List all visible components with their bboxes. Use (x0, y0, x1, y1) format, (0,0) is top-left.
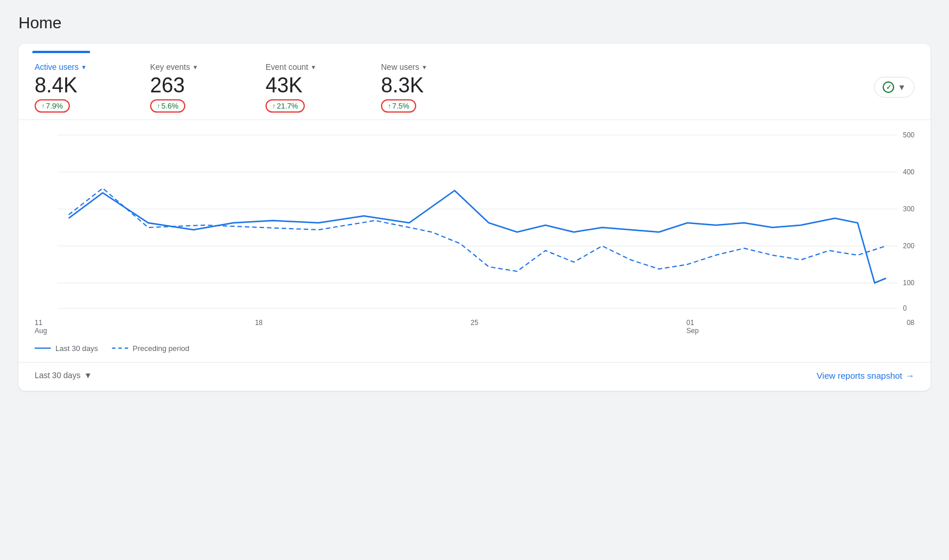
new-users-change: ↑ 7.5% (381, 99, 416, 113)
card-footer: Last 30 days ▼ View reports snapshot → (18, 362, 931, 391)
event-count-trend-icon: ↑ (272, 102, 276, 109)
x-axis-labels: 11 Aug 18 25 01 Sep 08 (35, 316, 914, 335)
chart-area: 500 400 300 200 100 0 11 Aug (18, 120, 931, 339)
chart-legend: Last 30 days Preceding period (18, 339, 931, 362)
x-label-aug18: 18 (255, 319, 263, 335)
event-count-change: ↑ 21.7% (266, 99, 305, 113)
key-events-label[interactable]: Key events ▼ (150, 62, 231, 72)
key-events-chevron-icon: ▼ (192, 64, 198, 70)
date-range-button[interactable]: Last 30 days ▼ (35, 371, 92, 380)
new-users-trend-icon: ↑ (388, 102, 391, 109)
legend-dashed: Preceding period (112, 344, 189, 353)
svg-text:100: 100 (903, 279, 914, 287)
line-chart: 500 400 300 200 100 0 (35, 129, 914, 314)
page-title: Home (18, 14, 931, 32)
svg-text:500: 500 (903, 131, 914, 139)
svg-text:200: 200 (903, 242, 914, 250)
metric-key-events: Key events ▼ 263 ↑ 5.6% (150, 62, 231, 113)
new-users-value: 8.3K (381, 74, 462, 97)
x-label-sep08: 08 (907, 319, 914, 335)
event-count-label[interactable]: Event count ▼ (266, 62, 346, 72)
analytics-card: Active users ▼ 8.4K ↑ 7.9% Key events ▼ … (18, 44, 931, 391)
active-users-trend-icon: ↑ (42, 102, 45, 109)
key-events-trend-icon: ↑ (157, 102, 160, 109)
x-label-sep01: 01 Sep (686, 319, 698, 335)
new-users-label[interactable]: New users ▼ (381, 62, 462, 72)
tab-bar (18, 44, 931, 51)
active-users-change: ↑ 7.9% (35, 99, 70, 113)
legend-solid: Last 30 days (35, 344, 98, 353)
active-tab (32, 51, 90, 53)
svg-text:0: 0 (903, 304, 907, 312)
x-label-aug11: 11 Aug (35, 319, 47, 335)
metrics-row: Active users ▼ 8.4K ↑ 7.9% Key events ▼ … (18, 51, 931, 120)
view-reports-link[interactable]: View reports snapshot → (817, 371, 914, 380)
key-events-change: ↑ 5.6% (150, 99, 185, 113)
new-users-chevron-icon: ▼ (421, 64, 427, 70)
event-count-chevron-icon: ▼ (311, 64, 316, 70)
filter-button[interactable]: ✓ ▼ (874, 77, 914, 98)
dashed-line-icon (112, 348, 128, 349)
active-users-value: 8.4K (35, 74, 115, 97)
solid-line-icon (35, 348, 51, 349)
metric-active-users: Active users ▼ 8.4K ↑ 7.9% (35, 62, 115, 113)
x-label-aug25: 25 (470, 319, 478, 335)
active-users-label[interactable]: Active users ▼ (35, 62, 115, 72)
metric-event-count: Event count ▼ 43K ↑ 21.7% (266, 62, 346, 113)
svg-text:400: 400 (903, 168, 914, 176)
arrow-right-icon: → (906, 371, 914, 380)
filter-chevron-icon: ▼ (898, 83, 906, 92)
key-events-value: 263 (150, 74, 231, 97)
last-30-days-line (69, 191, 886, 283)
event-count-value: 43K (266, 74, 346, 97)
checkmark-icon: ✓ (883, 81, 894, 93)
metric-new-users: New users ▼ 8.3K ↑ 7.5% (381, 62, 462, 113)
active-users-chevron-icon: ▼ (81, 64, 87, 70)
date-range-chevron-icon: ▼ (84, 371, 92, 380)
svg-text:300: 300 (903, 205, 914, 213)
